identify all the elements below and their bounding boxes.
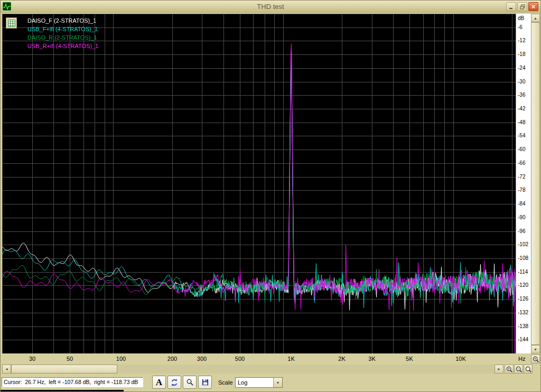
y-tick-label: dB [518, 15, 524, 22]
y-tick-label: -114 [518, 269, 528, 275]
close-icon: × [531, 3, 536, 10]
y-tick-label: -60 [518, 146, 525, 153]
y-tick-label: -48 [518, 119, 525, 126]
toolbar: Cursor: 26.7 Hz, left = -107.68 dB, righ… [1, 375, 540, 390]
x-tick-label: 5K [402, 356, 417, 362]
y-tick-label: -72 [518, 174, 525, 180]
scale-label: Scale [218, 379, 233, 386]
scale-select-value: Log [236, 378, 273, 387]
y-tick-label: -66 [518, 160, 525, 166]
zoom-tool-button[interactable] [183, 376, 197, 389]
table-grid-icon [8, 20, 15, 27]
dropdown-button[interactable]: ▼ [273, 378, 282, 387]
scroll-left-icon: ◄ [5, 367, 8, 371]
app-icon[interactable] [3, 2, 11, 11]
legend-item: USB_F+ifi (4-STRATOS)_1 [27, 25, 98, 33]
floppy-icon [201, 378, 209, 386]
y-tick-label: -90 [518, 214, 525, 221]
y-tick-label: -24 [518, 65, 525, 71]
zoom-out-button[interactable] [514, 365, 523, 374]
horizontal-scroll-thumb[interactable] [11, 365, 117, 374]
scroll-right-button[interactable]: ► [495, 365, 503, 374]
y-tick-label: -96 [518, 228, 525, 235]
x-tick-label: 500 [232, 356, 248, 362]
y-tick-label: -102 [518, 241, 528, 248]
legend-item: DAISO_R (2-STRATOS)_1 [27, 33, 98, 42]
x-tick-label: 30 [24, 356, 40, 362]
y-tick-label: -78 [518, 187, 525, 193]
font-button-label: A [156, 377, 162, 388]
y-tick-label: -132 [518, 310, 528, 316]
magnifier-icon [525, 366, 532, 373]
scroll-up-button[interactable]: ▲ [531, 14, 540, 22]
minimize-icon [509, 4, 514, 10]
scroll-down-icon: ▼ [534, 348, 537, 351]
scale-select[interactable]: Log ▼ [235, 377, 283, 388]
y-tick-label: -42 [518, 106, 525, 112]
x-tick-label: 2K [334, 356, 350, 362]
y-tick-label: -36 [518, 92, 525, 98]
scroll-up-icon: ▲ [534, 16, 537, 20]
scroll-right-icon: ► [497, 367, 501, 371]
y-tick-label: -84 [518, 201, 525, 207]
magnifier-minus-icon [515, 366, 523, 373]
app-window: THD test × DAISO_F (2-STRATOS)_1USB_F+if… [0, 0, 541, 392]
y-tick-label: -18 [518, 51, 525, 58]
data-table-button[interactable] [6, 17, 17, 29]
vertical-scroll-thumb[interactable] [531, 22, 540, 345]
y-tick-label: -12 [518, 38, 525, 44]
chevron-down-icon: ▼ [276, 381, 280, 385]
y-tick-label: -6 [518, 24, 523, 31]
font-button[interactable]: A [152, 376, 166, 389]
x-tick-label: 1K [283, 356, 299, 362]
x-tick-label: 200 [164, 356, 180, 362]
x-tick-label: 100 [113, 356, 129, 362]
cursor-status: Cursor: 26.7 Hz, left = -107.68 dB, righ… [2, 377, 143, 387]
refresh-button[interactable] [167, 376, 181, 389]
spectrum-plot-area: DAISO_F (2-STRATOS)_1USB_F+ifi (4-STRATO… [2, 14, 516, 353]
y-axis: dB-6-12-18-24-30-36-42-48-54-60-66-72-78… [516, 14, 531, 353]
zoom-in-button[interactable] [505, 365, 514, 374]
y-tick-label: -138 [518, 323, 528, 330]
x-axis-unit: Hz [518, 356, 525, 362]
y-tick-label: -144 [518, 337, 528, 343]
desktop-strip [1, 390, 124, 392]
vertical-scrollbar[interactable]: ▲ ▼ [531, 14, 540, 353]
y-tick-label: -126 [518, 296, 528, 302]
x-tick-label: 3K [364, 356, 380, 362]
legend: DAISO_F (2-STRATOS)_1USB_F+ifi (4-STRATO… [27, 16, 98, 50]
magnifier-plus-icon [506, 366, 513, 373]
y-tick-label: -54 [518, 133, 525, 139]
horizontal-scrollbar[interactable]: ◄ ► [2, 365, 503, 374]
y-tick-label: -30 [518, 79, 525, 85]
legend-item: USB_R+ifi (4-STRATOS)_1 [27, 42, 98, 50]
title-bar[interactable]: THD test × [1, 1, 540, 13]
x-tick-label: 300 [194, 356, 210, 362]
legend-item: DAISO_F (2-STRATOS)_1 [27, 16, 98, 25]
minimize-button[interactable] [506, 2, 516, 11]
zoom-full-button[interactable] [524, 365, 533, 374]
close-button[interactable]: × [528, 2, 538, 11]
scroll-down-button[interactable]: ▼ [531, 345, 540, 353]
x-axis: Hz 30501002003005001K2K3K5K10K [2, 353, 540, 364]
spectrum-canvas[interactable] [2, 14, 516, 353]
x-tick-label: 50 [62, 356, 78, 362]
restore-button[interactable] [517, 2, 527, 11]
save-button[interactable] [198, 376, 212, 389]
y-tick-label: -108 [518, 255, 528, 262]
restore-icon [520, 4, 525, 10]
refresh-icon [170, 378, 179, 387]
y-tick-label: -120 [518, 282, 528, 288]
scroll-left-button[interactable]: ◄ [2, 365, 11, 374]
x-tick-label: 10K [453, 356, 469, 362]
window-title: THD test [1, 3, 540, 11]
magnifier-icon [186, 378, 194, 386]
